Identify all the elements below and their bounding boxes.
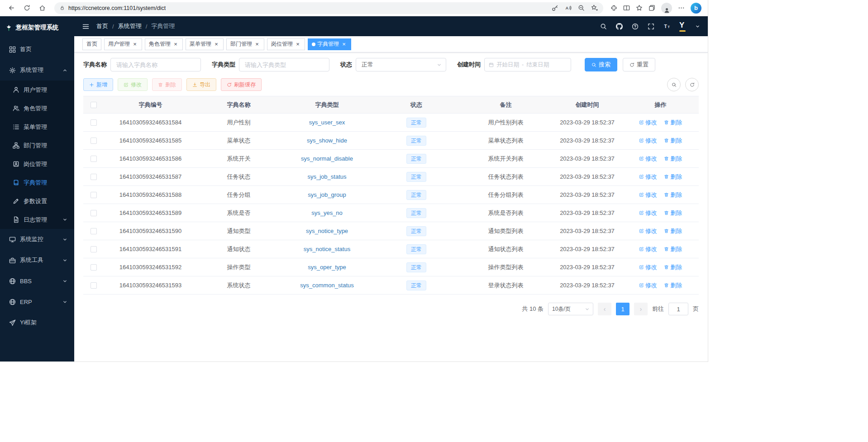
add-favorite-icon[interactable] <box>591 5 598 11</box>
sidebar-item-home[interactable]: 首页 <box>0 39 74 60</box>
dict-type-link[interactable]: sys_oper_type <box>308 264 346 271</box>
row-edit-button[interactable]: 修改 <box>639 209 657 217</box>
row-delete-button[interactable]: 删除 <box>664 227 682 235</box>
row-edit-button[interactable]: 修改 <box>639 155 657 163</box>
dict-type-link[interactable]: sys_normal_disable <box>301 155 353 162</box>
row-checkbox[interactable] <box>91 138 97 144</box>
prev-page-button[interactable]: ‹ <box>598 303 611 315</box>
favorites-icon[interactable] <box>636 5 643 11</box>
row-edit-button[interactable]: 修改 <box>639 263 657 271</box>
row-delete-button[interactable]: 删除 <box>664 191 682 199</box>
read-aloud-icon[interactable]: A <box>565 5 572 11</box>
sidebar-item-bbs[interactable]: BBS <box>0 271 74 291</box>
close-icon[interactable]: × <box>295 41 301 47</box>
sidebar-item-menu-mgmt[interactable]: 菜单管理 <box>0 118 74 136</box>
breadcrumb-system[interactable]: 系统管理 <box>118 22 142 30</box>
goto-page-input[interactable] <box>668 303 688 315</box>
sidebar-item-system-monitor[interactable]: 系统监控 <box>0 229 74 250</box>
profile-avatar[interactable] <box>661 3 672 14</box>
sidebar-item-user-mgmt[interactable]: 用户管理 <box>0 81 74 99</box>
chevron-down-icon[interactable] <box>696 24 700 29</box>
row-edit-button[interactable]: 修改 <box>639 191 657 199</box>
row-edit-button[interactable]: 修改 <box>639 281 657 290</box>
menu-toggle[interactable] <box>82 23 89 30</box>
row-delete-button[interactable]: 删除 <box>664 209 682 217</box>
fullscreen-icon[interactable] <box>648 23 654 30</box>
breadcrumb-home[interactable]: 首页 <box>96 22 108 30</box>
tab-role-mgmt[interactable]: 角色管理× <box>145 38 183 50</box>
search-icon[interactable] <box>600 23 607 30</box>
row-delete-button[interactable]: 删除 <box>664 119 682 127</box>
dict-type-link[interactable]: sys_user_sex <box>309 119 345 126</box>
close-icon[interactable]: × <box>254 41 260 47</box>
row-delete-button[interactable]: 删除 <box>664 281 682 290</box>
dict-type-link[interactable]: sys_job_group <box>308 191 346 198</box>
back-button[interactable] <box>5 2 18 14</box>
close-icon[interactable]: × <box>341 41 347 47</box>
sidebar-item-dept-mgmt[interactable]: 部门管理 <box>0 136 74 155</box>
github-icon[interactable] <box>616 23 623 30</box>
tab-home[interactable]: 首页 <box>82 38 101 50</box>
reset-button[interactable]: 重置 <box>623 58 655 71</box>
row-checkbox[interactable] <box>91 174 97 180</box>
dict-type-input[interactable] <box>239 58 329 71</box>
row-checkbox[interactable] <box>91 228 97 234</box>
sidebar-item-erp[interactable]: ERP <box>0 291 74 312</box>
delete-button[interactable]: 删除 <box>152 78 182 91</box>
search-button[interactable]: 搜索 <box>585 58 617 71</box>
row-edit-button[interactable]: 修改 <box>639 245 657 253</box>
row-checkbox[interactable] <box>91 264 97 271</box>
address-bar[interactable]: https://ccnetcore.com:1101/system/dict A <box>54 2 603 14</box>
export-button[interactable]: 导出 <box>186 78 216 91</box>
row-checkbox[interactable] <box>91 192 97 198</box>
more-menu-icon[interactable] <box>678 5 685 11</box>
tab-menu-mgmt[interactable]: 菜单管理× <box>186 38 224 50</box>
key-icon[interactable] <box>552 5 558 11</box>
dict-type-link[interactable]: sys_job_status <box>308 173 347 180</box>
extensions-icon[interactable] <box>610 5 617 11</box>
close-icon[interactable]: × <box>172 41 179 47</box>
bing-chat-icon[interactable]: b <box>691 3 701 14</box>
sidebar-item-system-mgmt[interactable]: 系统管理 <box>0 60 74 81</box>
dict-type-link[interactable]: sys_yes_no <box>311 209 343 216</box>
sidebar-item-param-settings[interactable]: 参数设置 <box>0 192 74 210</box>
sidebar-item-dict-mgmt[interactable]: 字典管理 <box>0 173 74 192</box>
next-page-button[interactable]: › <box>634 303 648 315</box>
refresh-cache-button[interactable]: 刷新缓存 <box>221 78 262 91</box>
dict-type-link[interactable]: sys_notice_status <box>304 246 350 252</box>
row-delete-button[interactable]: 删除 <box>664 137 682 145</box>
dict-type-link[interactable]: sys_common_status <box>300 282 354 289</box>
row-edit-button[interactable]: 修改 <box>639 227 657 235</box>
tab-dept-mgmt[interactable]: 部门管理× <box>226 38 264 50</box>
add-button[interactable]: 新增 <box>83 78 113 91</box>
page-size-select[interactable]: 10条/页 <box>548 303 593 315</box>
sidebar-item-yi-framework[interactable]: Yi框架 <box>0 312 74 333</box>
close-icon[interactable]: × <box>132 41 138 47</box>
home-button[interactable] <box>35 2 49 14</box>
refresh-button[interactable] <box>20 2 33 14</box>
row-checkbox[interactable] <box>91 282 97 289</box>
row-edit-button[interactable]: 修改 <box>639 137 657 145</box>
sidebar-item-post-mgmt[interactable]: 岗位管理 <box>0 155 74 173</box>
toggle-search-button[interactable] <box>667 78 681 91</box>
row-delete-button[interactable]: 删除 <box>664 155 682 163</box>
row-checkbox[interactable] <box>91 246 97 252</box>
row-edit-button[interactable]: 修改 <box>639 173 657 181</box>
dict-type-link[interactable]: sys_show_hide <box>307 137 347 144</box>
dict-type-link[interactable]: sys_notice_type <box>306 228 348 234</box>
zoom-out-icon[interactable] <box>578 5 585 11</box>
edit-button[interactable]: 修改 <box>118 78 148 91</box>
tab-user-mgmt[interactable]: 用户管理× <box>104 38 142 50</box>
sidebar-item-role-mgmt[interactable]: 角色管理 <box>0 99 74 118</box>
tab-post-mgmt[interactable]: 岗位管理× <box>267 38 305 50</box>
row-checkbox[interactable] <box>91 210 97 216</box>
split-screen-icon[interactable] <box>623 5 630 11</box>
collections-icon[interactable] <box>649 5 655 11</box>
current-page[interactable]: 1 <box>616 303 630 315</box>
font-size-icon[interactable]: TT <box>663 23 670 30</box>
row-delete-button[interactable]: 删除 <box>664 245 682 253</box>
row-checkbox[interactable] <box>91 119 97 126</box>
tab-dict-mgmt[interactable]: 字典管理× <box>308 38 351 50</box>
refresh-table-button[interactable] <box>685 78 699 91</box>
sidebar-item-system-tools[interactable]: 系统工具 <box>0 250 74 271</box>
